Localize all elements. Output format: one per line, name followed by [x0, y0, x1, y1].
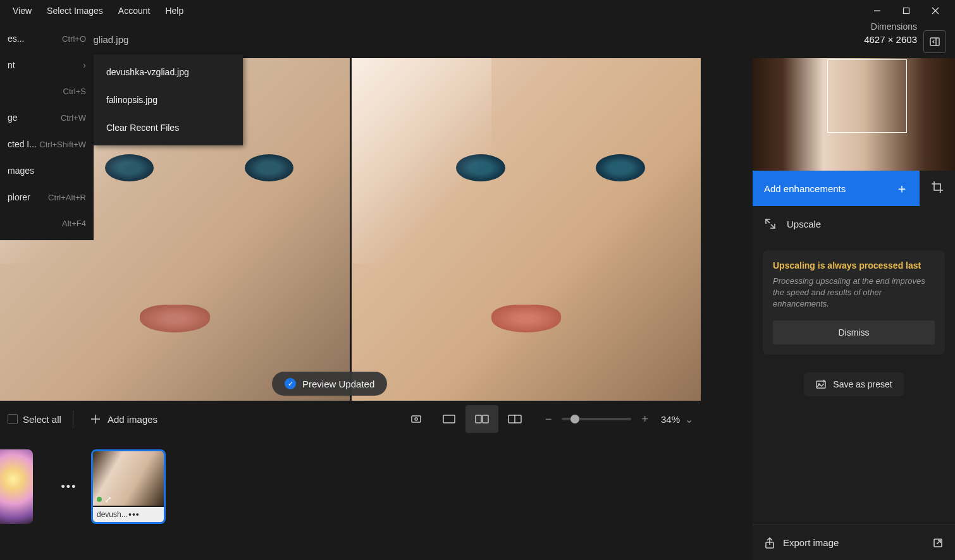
menu-help[interactable]: Help	[157, 2, 191, 20]
chevron-right-icon: ›	[83, 60, 86, 70]
maximize-button[interactable]	[892, 0, 921, 21]
active-tab-filename[interactable]: zgliad.jpg	[89, 34, 128, 45]
menu-close-all-images[interactable]: mages	[0, 157, 94, 184]
dimensions-label: Dimensions	[864, 21, 917, 32]
upscaling-info-card: Upscaling is always processed last Proce…	[763, 250, 945, 355]
zoom-percentage[interactable]: 34%	[661, 414, 680, 425]
thumbnail-1[interactable]: ⤢ devush... •••	[91, 449, 166, 524]
upscale-label: Upscale	[787, 219, 821, 229]
select-all-checkbox[interactable]	[8, 414, 18, 424]
thumbnail-status-badge: ⤢	[97, 494, 112, 504]
recent-file-0[interactable]: devushka-vzgliad.jpg	[94, 58, 243, 86]
plus-icon: ＋	[896, 180, 908, 197]
window-controls	[863, 0, 950, 21]
export-image-button[interactable]: Export image	[753, 525, 955, 560]
preview-updated-toast: ✓ Preview Updated	[272, 372, 387, 396]
dimensions-value: 4627 × 2603	[864, 34, 917, 45]
menu-save[interactable]: Ctrl+S	[0, 78, 94, 104]
toast-message: Preview Updated	[302, 379, 374, 389]
thumbnail-strip: ••• ⤢ devush... •••	[0, 442, 701, 531]
recent-file-1[interactable]: falinopsis.jpg	[94, 86, 243, 114]
svg-rect-1	[904, 8, 909, 14]
upscale-enhancement-row[interactable]: Upscale	[753, 206, 955, 241]
file-menu-dropdown: es...Ctrl+O nt› Ctrl+S geCtrl+W cted I..…	[0, 21, 94, 240]
minimize-button[interactable]	[863, 0, 892, 21]
menu-close-image[interactable]: geCtrl+W	[0, 104, 94, 131]
chevron-down-icon[interactable]: ⌄	[685, 413, 693, 425]
svg-rect-8	[412, 416, 421, 422]
thumbnail-0[interactable]	[0, 449, 33, 524]
thumbnail-menu-button[interactable]: •••	[128, 509, 160, 520]
thumbnail-more-button[interactable]: •••	[58, 476, 80, 497]
single-view-button[interactable]	[433, 405, 465, 433]
info-card-title: Upscaling is always processed last	[773, 260, 935, 271]
zoom-slider[interactable]	[562, 418, 631, 420]
export-label: Export image	[783, 537, 925, 548]
save-preset-label: Save as preset	[833, 379, 892, 389]
add-images-button[interactable]: Add images	[85, 410, 163, 429]
info-card-body: Processing upscaling at the end improves…	[773, 276, 935, 310]
toggle-right-panel-button[interactable]	[923, 30, 946, 53]
menu-view[interactable]: View	[5, 2, 39, 20]
add-images-label: Add images	[108, 414, 157, 425]
save-as-preset-button[interactable]: Save as preset	[804, 372, 903, 396]
menu-close-selected[interactable]: cted I...Ctrl+Shift+W	[0, 131, 94, 157]
titlebar: View Select Images Account Help	[0, 0, 955, 21]
recent-files-submenu: devushka-vzgliad.jpg falinopsis.jpg Clea…	[94, 54, 243, 145]
navigator-viewport-box[interactable]	[827, 59, 907, 133]
svg-rect-10	[443, 415, 455, 423]
svg-point-9	[415, 418, 417, 420]
preset-icon	[815, 379, 827, 390]
select-all-label[interactable]: Select all	[23, 414, 61, 425]
navigator-preview[interactable]	[753, 58, 955, 171]
dimensions-block: Dimensions 4627 × 2603	[864, 21, 917, 45]
svg-rect-4	[930, 38, 939, 46]
menu-open-images[interactable]: es...Ctrl+O	[0, 25, 94, 52]
close-button[interactable]	[921, 0, 950, 21]
svg-line-16	[771, 224, 775, 228]
right-panel: Add enhancements ＋ Upscale Upscaling is …	[753, 58, 955, 560]
thumbnail-caption: devush... •••	[93, 507, 164, 522]
menu-show-explorer[interactable]: plorerCtrl+Alt+R	[0, 184, 94, 210]
crop-button[interactable]	[930, 180, 944, 197]
menu-select-images[interactable]: Select Images	[39, 2, 111, 20]
clear-recent-files[interactable]: Clear Recent Files	[94, 114, 243, 142]
check-icon: ✓	[285, 378, 296, 389]
svg-line-15	[766, 219, 770, 223]
svg-rect-11	[476, 415, 481, 423]
upscale-icon: ⤢	[104, 494, 112, 504]
dismiss-button[interactable]: Dismiss	[773, 320, 935, 344]
autofit-button[interactable]	[400, 405, 433, 433]
external-icon	[932, 537, 944, 549]
canvas-after[interactable]	[352, 58, 701, 401]
bottom-toolbar: Select all Add images − + 34% ⌄	[0, 401, 701, 437]
add-enhancements-button[interactable]: Add enhancements ＋	[753, 171, 920, 206]
zoom-in-button[interactable]: +	[638, 413, 652, 426]
menu-account[interactable]: Account	[111, 2, 158, 20]
divider	[73, 410, 73, 428]
side-by-side-view-button[interactable]	[465, 405, 498, 433]
add-enhancements-label: Add enhancements	[764, 183, 896, 194]
thumbnail-filename: devush...	[97, 510, 128, 519]
tab-bar: zgliad.jpg Dimensions 4627 × 2603	[0, 21, 955, 57]
zoom-slider-thumb[interactable]	[570, 415, 579, 423]
export-icon	[764, 537, 775, 549]
menu-exit[interactable]: Alt+F4	[0, 210, 94, 236]
svg-rect-12	[483, 415, 488, 423]
menu-open-recent[interactable]: nt›	[0, 52, 94, 78]
expand-icon	[764, 217, 777, 230]
split-view-button[interactable]	[498, 405, 531, 433]
zoom-out-button[interactable]: −	[541, 413, 556, 426]
menu-bar: View Select Images Account Help	[5, 2, 191, 20]
